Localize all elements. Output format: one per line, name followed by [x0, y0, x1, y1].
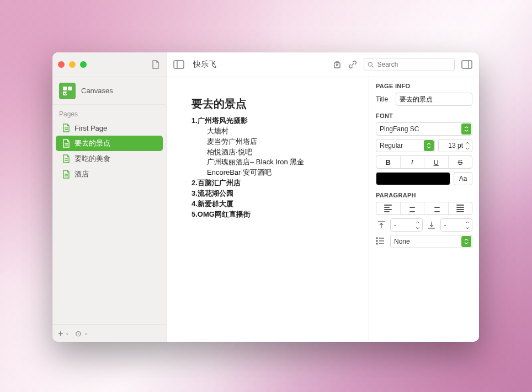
add-page-button[interactable]: + — [58, 329, 63, 338]
page-icon — [62, 170, 70, 179]
svg-point-14 — [337, 65, 338, 66]
sidebar: Canvases Pages First Page要去的景点要吃的美食酒店 + … — [52, 52, 167, 342]
spacing-after-stepper[interactable]: - — [440, 218, 473, 232]
page-icon — [62, 154, 70, 163]
close-button[interactable] — [58, 61, 65, 68]
text-style-segment: B I U S — [376, 155, 472, 169]
list-style-select[interactable]: None — [390, 235, 472, 248]
font-section: FONT PingFang SC Regular — [376, 112, 472, 185]
toggle-inspector-icon[interactable] — [461, 60, 472, 69]
canvases-label: Canvases — [81, 87, 113, 95]
new-document-icon[interactable] — [151, 60, 161, 69]
svg-rect-17 — [462, 61, 472, 68]
page-item[interactable]: 酒店 — [56, 167, 163, 182]
spacing-after-icon — [426, 218, 437, 232]
font-label: FONT — [376, 112, 472, 119]
main-body: 要去的景点 1.广州塔风光摄影大塘村麦当劳广州塔店柏悦酒店·悦吧广州瑰丽酒店– … — [167, 77, 479, 342]
list-style-icon — [376, 237, 386, 246]
doc-line: 2.百脑汇广州店 — [191, 178, 352, 189]
doc-heading: 要去的景点 — [191, 96, 352, 111]
page-item-label: First Page — [75, 124, 107, 132]
alignment-segment — [376, 202, 472, 215]
doc-line: 1.广州塔风光摄影 — [191, 116, 352, 126]
doc-line: 5.OMG网红直播街 — [191, 210, 352, 220]
svg-point-23 — [376, 240, 377, 241]
page-item-label: 要吃的美食 — [75, 154, 110, 164]
canvases-section[interactable]: Canvases — [52, 77, 166, 105]
page-item[interactable]: 要吃的美食 — [56, 151, 163, 167]
pages-list: First Page要去的景点要吃的美食酒店 — [52, 120, 166, 182]
inspector: PAGE INFO Title FONT PingFang SC — [369, 77, 479, 342]
minimize-button[interactable] — [69, 61, 76, 68]
font-family-select[interactable]: PingFang SC — [376, 122, 472, 136]
attachment-icon[interactable] — [333, 60, 342, 69]
align-left-button[interactable] — [376, 202, 401, 214]
toolbar: 快乐飞 — [167, 52, 479, 77]
zoom-button[interactable] — [80, 61, 87, 68]
doc-line: 麦当劳广州塔店 — [191, 137, 352, 147]
svg-line-16 — [372, 66, 374, 67]
spacing-before-stepper[interactable]: - — [390, 218, 423, 232]
pages-header: Pages — [52, 105, 166, 120]
select-chevron-icon — [424, 140, 434, 151]
add-menu-chevron[interactable]: ⌄ — [65, 331, 70, 336]
spacing-before-icon — [376, 218, 387, 232]
app-window: Canvases Pages First Page要去的景点要吃的美食酒店 + … — [52, 52, 479, 342]
titlebar — [52, 52, 166, 77]
doc-content: 1.广州塔风光摄影大塘村麦当劳广州塔店柏悦酒店·悦吧广州瑰丽酒店– Black … — [191, 116, 352, 219]
sidebar-footer: + ⌄ ⊙ ⌄ — [52, 324, 166, 342]
main: 快乐飞 — [167, 52, 479, 342]
svg-point-25 — [376, 243, 377, 244]
title-field-label: Title — [376, 95, 392, 103]
svg-point-15 — [368, 62, 372, 66]
text-options-button[interactable]: Aa — [454, 172, 472, 185]
document-title: 快乐飞 — [193, 60, 216, 69]
font-style-select[interactable]: Regular — [376, 139, 435, 152]
select-chevron-icon — [461, 236, 471, 247]
more-menu-button[interactable]: ⊙ — [75, 330, 82, 337]
search-icon — [368, 61, 374, 68]
doc-line: 广州瑰丽酒店– Black Iron 黑金 — [191, 157, 352, 168]
doc-line: EncoreBar·安可酒吧 — [191, 168, 352, 178]
text-color-swatch[interactable] — [376, 172, 450, 185]
italic-button[interactable]: I — [401, 156, 425, 168]
page-info-section: PAGE INFO Title — [376, 83, 472, 106]
window-controls — [58, 61, 87, 68]
page-item-label: 酒店 — [75, 169, 89, 179]
page-icon — [62, 123, 70, 132]
stepper-icon — [464, 140, 471, 151]
svg-rect-13 — [334, 63, 340, 68]
title-input[interactable] — [396, 93, 472, 106]
align-justify-button[interactable] — [449, 202, 472, 214]
svg-point-21 — [376, 238, 377, 239]
font-size-stepper[interactable]: 13 pt — [438, 139, 472, 152]
page-info-label: PAGE INFO — [376, 83, 472, 89]
more-menu-chevron[interactable]: ⌄ — [84, 331, 88, 336]
underline-button[interactable]: U — [424, 156, 449, 168]
page-icon — [62, 139, 70, 148]
select-chevron-icon — [461, 123, 471, 135]
link-icon[interactable] — [348, 60, 357, 69]
svg-rect-1 — [68, 87, 72, 90]
doc-line: 柏悦酒店·悦吧 — [191, 147, 352, 158]
page-item[interactable]: First Page — [56, 120, 163, 136]
doc-line: 大塘村 — [191, 126, 352, 137]
doc-line: 3.流花湖公园 — [191, 189, 352, 199]
page-item[interactable]: 要去的景点 — [56, 136, 163, 151]
canvases-icon — [59, 83, 76, 99]
toggle-sidebar-icon[interactable] — [173, 60, 184, 69]
page-item-label: 要去的景点 — [75, 138, 110, 148]
paragraph-label: PARAGRAPH — [376, 192, 472, 198]
strike-button[interactable]: S — [449, 156, 472, 168]
svg-rect-11 — [174, 61, 184, 68]
paragraph-section: PARAGRAPH - — [376, 192, 472, 248]
doc-line: 4.新爱群大厦 — [191, 199, 352, 210]
svg-rect-0 — [63, 87, 67, 90]
search-field[interactable] — [364, 58, 455, 71]
align-right-button[interactable] — [424, 202, 449, 214]
search-input[interactable] — [377, 61, 451, 68]
align-center-button[interactable] — [401, 202, 425, 214]
canvas[interactable]: 要去的景点 1.广州塔风光摄影大塘村麦当劳广州塔店柏悦酒店·悦吧广州瑰丽酒店– … — [167, 77, 369, 342]
bold-button[interactable]: B — [376, 156, 401, 168]
